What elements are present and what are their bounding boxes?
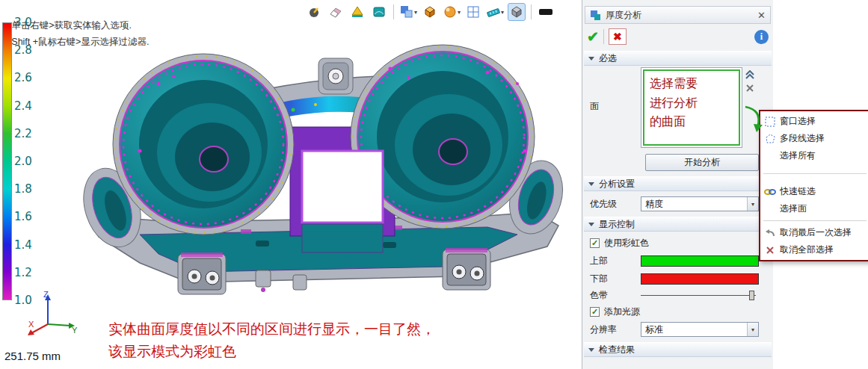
lower-label: 下部 bbox=[587, 273, 641, 285]
face-label: 面 bbox=[587, 100, 641, 113]
light-checkbox[interactable]: ✓ bbox=[590, 307, 600, 317]
face-selection-input[interactable]: 选择需要 进行分析 的曲面 bbox=[641, 67, 742, 148]
face-annotation-box: 选择需要 进行分析 的曲面 bbox=[643, 69, 740, 146]
chain-select-icon bbox=[764, 187, 776, 196]
menu-item-window-select[interactable]: 窗口选择 bbox=[760, 113, 868, 130]
upper-color-swatch[interactable] bbox=[641, 255, 759, 267]
measure-ruler-icon bbox=[486, 4, 500, 19]
section-display-label: 显示控制 bbox=[599, 218, 635, 231]
info-icon[interactable]: i bbox=[754, 30, 769, 44]
solid-cube-button[interactable] bbox=[421, 3, 439, 21]
priority-label: 优先级 bbox=[587, 198, 641, 211]
toolbar-separator bbox=[531, 4, 532, 19]
resolution-label: 分辨率 bbox=[587, 323, 641, 336]
menu-item-undo-last-select[interactable]: 取消最后一次选择 bbox=[760, 224, 868, 241]
resolution-dropdown[interactable]: 标准 ▾ bbox=[641, 322, 759, 337]
collapse-chevrons-icon[interactable] bbox=[745, 70, 755, 79]
menu-item-select-face[interactable]: 选择面 bbox=[760, 200, 868, 217]
dropdown-caret: ▾ bbox=[501, 9, 504, 16]
draft-analysis-button[interactable] bbox=[348, 3, 366, 21]
priority-row: 优先级 精度 ▾ bbox=[587, 196, 769, 212]
window-select-icon bbox=[765, 117, 775, 127]
scale-tick: 1.8 bbox=[14, 183, 32, 195]
annotation-arrow bbox=[743, 105, 764, 133]
surface-curvature-icon bbox=[372, 4, 387, 19]
measure-ruler-button[interactable]: ▾ bbox=[486, 3, 504, 21]
annotation-line-2: 该显示模式为彩虹色 bbox=[108, 342, 236, 362]
thickness-analysis-button[interactable] bbox=[305, 3, 323, 21]
scale-tick: 1.6 bbox=[14, 211, 32, 223]
model-viewport[interactable] bbox=[0, 0, 582, 369]
scale-tick: 2.0 bbox=[14, 155, 32, 167]
band-label: 色带 bbox=[587, 289, 641, 302]
rainbow-checkbox-label: 使用彩虹色 bbox=[604, 237, 649, 249]
polyline-select-icon bbox=[765, 134, 775, 144]
chevron-down-icon: ▾ bbox=[747, 197, 758, 211]
menu-item-cancel-all-select[interactable]: 取消全部选择 bbox=[760, 241, 868, 258]
priority-dropdown[interactable]: 精度 ▾ bbox=[641, 196, 759, 211]
thickness-analysis-panel: 厚度分析 ✕ ✔ ✖ i 必选 面 选择需要 进行分析 的曲面 开始分析 bbox=[582, 0, 773, 369]
resolution-row: 分辨率 标准 ▾ bbox=[587, 321, 769, 338]
draft-analysis-icon bbox=[350, 4, 365, 19]
band-slider[interactable] bbox=[641, 289, 759, 301]
section-collapse-arrow bbox=[588, 57, 594, 61]
upper-color-row: 上部 bbox=[587, 254, 769, 267]
section-collapse-arrow bbox=[588, 348, 594, 352]
scale-tick: 2.6 bbox=[14, 72, 32, 84]
section-required[interactable]: 必选 bbox=[584, 51, 772, 66]
rainbow-row: ✓ 使用彩虹色 bbox=[587, 236, 769, 249]
section-display[interactable]: 显示控制 bbox=[584, 217, 772, 232]
divider bbox=[603, 29, 604, 44]
section-settings[interactable]: 分析设置 bbox=[584, 176, 772, 191]
model-3d[interactable] bbox=[69, 39, 585, 323]
eraser-button[interactable] bbox=[327, 3, 345, 21]
eraser-icon bbox=[328, 4, 343, 19]
face-input-icons bbox=[742, 67, 757, 93]
start-analysis-button[interactable]: 开始分析 bbox=[645, 154, 759, 171]
selection-context-menu: 窗口选择 多段线选择 选择所有 快速链选 选择面 取消最后一次选择 取消全部选择 bbox=[759, 110, 868, 261]
cancel-icon[interactable]: ✖ bbox=[609, 28, 627, 45]
face-input-row: 面 选择需要 进行分析 的曲面 bbox=[587, 67, 769, 149]
scale-tick: 1.2 bbox=[14, 267, 32, 279]
light-row: ✓ 添加光源 bbox=[587, 305, 769, 318]
menu-item-select-all[interactable]: 选择所有 bbox=[760, 147, 868, 164]
ok-icon[interactable]: ✔ bbox=[587, 28, 599, 46]
scene-bar-button[interactable] bbox=[537, 3, 555, 21]
axis-triad: Z Y X bbox=[21, 290, 81, 342]
clear-selection-icon[interactable] bbox=[745, 84, 754, 93]
section-view-button[interactable]: ▾ bbox=[399, 3, 417, 21]
undo-last-select-icon bbox=[765, 229, 775, 238]
panel-actions: ✔ ✖ i bbox=[587, 26, 769, 47]
measurement-readout: 251.75 mm bbox=[4, 350, 61, 362]
section-results[interactable]: 检查结果 bbox=[584, 342, 772, 357]
section-collapse-arrow bbox=[588, 223, 594, 226]
section-view-icon bbox=[399, 4, 413, 19]
lower-color-swatch[interactable] bbox=[641, 273, 759, 285]
solid-cube-icon bbox=[422, 4, 437, 19]
light-checkbox-label: 添加光源 bbox=[604, 306, 640, 318]
surface-curvature-button[interactable] bbox=[370, 3, 388, 21]
grid-display-button[interactable] bbox=[464, 3, 482, 21]
menu-separator bbox=[763, 220, 867, 221]
section-results-label: 检查结果 bbox=[599, 344, 635, 356]
panel-title-bar[interactable]: 厚度分析 ✕ bbox=[585, 6, 771, 24]
close-icon[interactable]: ✕ bbox=[757, 10, 766, 21]
panel-title: 厚度分析 bbox=[606, 9, 753, 22]
scene-bar-icon bbox=[538, 4, 554, 19]
render-mode-icon bbox=[443, 4, 457, 19]
slider-track bbox=[641, 295, 756, 296]
scale-tick: 2.8 bbox=[14, 44, 32, 56]
band-row: 色带 bbox=[587, 288, 769, 302]
menu-item-quick-chain-select[interactable]: 快速链选 bbox=[760, 183, 868, 200]
display-mode-button[interactable] bbox=[508, 3, 526, 21]
thickness-scale-labels: 3.0 2.8 2.6 2.4 2.2 2.0 1.8 1.6 1.4 1.2 … bbox=[14, 16, 32, 306]
menu-item-polyline-select[interactable]: 多段线选择 bbox=[760, 130, 868, 147]
section-collapse-arrow bbox=[588, 182, 594, 186]
rainbow-checkbox[interactable]: ✓ bbox=[590, 238, 600, 248]
z-axis-label: Z bbox=[43, 290, 49, 299]
slider-handle[interactable] bbox=[749, 291, 754, 300]
scale-tick: 3.0 bbox=[14, 16, 32, 28]
render-mode-button[interactable]: ▾ bbox=[443, 3, 461, 21]
app-window: <单击右键>获取实体输入选项. <Shift +鼠标右键>显示选择过滤器. 3.… bbox=[0, 0, 868, 369]
panel-icon bbox=[590, 10, 601, 21]
